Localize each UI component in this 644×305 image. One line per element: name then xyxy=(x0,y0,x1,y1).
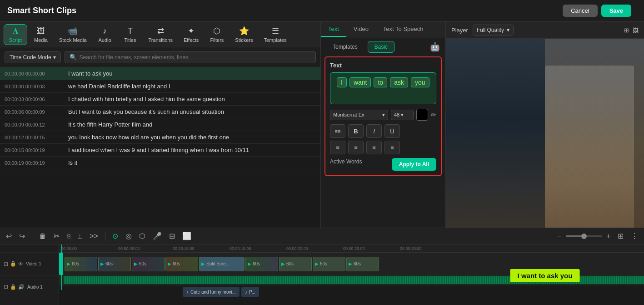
timecode: 00:00:00 00:00:00 xyxy=(5,71,64,76)
loop-button[interactable]: ◎ xyxy=(123,230,134,242)
eyedropper-icon[interactable]: ✏ xyxy=(431,111,436,118)
image-view-icon[interactable]: 🖼 xyxy=(633,27,639,34)
script-row[interactable]: 00:00:03 00:00:06 I chatted with him bri… xyxy=(0,93,320,106)
timecode-mode-selector[interactable]: Time Code Mode ▾ xyxy=(5,51,61,63)
toolbar-item-stock[interactable]: 📹 Stock Media xyxy=(55,24,91,45)
audio-clip-2-label: P... xyxy=(249,290,255,295)
apply-all-button[interactable]: Apply to All xyxy=(392,158,436,171)
toolbar-item-stickers[interactable]: ⭐ Stickers xyxy=(230,24,257,45)
video-clip-1[interactable]: ▶60s xyxy=(65,257,97,271)
mic-button[interactable]: 🎤 xyxy=(150,230,164,242)
video-clip-4[interactable]: ▶60s xyxy=(165,257,198,271)
zoom-out-button[interactable]: − xyxy=(555,231,564,242)
script-row[interactable]: 00:00:00 00:00:03 we had Daniel Radcliff… xyxy=(0,80,320,93)
video-clip-8[interactable]: ▶60s xyxy=(346,257,379,271)
copy-button[interactable]: ⎘ xyxy=(65,231,73,241)
toolbar-item-titles[interactable]: T Titles xyxy=(119,25,142,45)
align-right-button[interactable]: ≡ xyxy=(366,141,382,154)
toolbar-item-audio[interactable]: ♪ Audio xyxy=(93,25,117,45)
word-chip[interactable]: to xyxy=(374,77,387,87)
format-row-1: ≡≡ B I U xyxy=(330,124,436,138)
tab-video[interactable]: Video xyxy=(346,22,376,37)
toolbar-label-transitions: Transitions xyxy=(149,37,173,43)
script-row[interactable]: 00:00:09 00:00:12 It's the fifth Harry P… xyxy=(0,118,320,131)
toolbar-label-stickers: Stickers xyxy=(235,37,253,43)
grid-view-icon[interactable]: ⊞ xyxy=(624,27,629,34)
subtitle-text: I want to ask you xyxy=(518,272,573,280)
script-row[interactable]: 00:00:15 00:00:19 I auditioned when I wa… xyxy=(0,144,320,157)
word-chip[interactable]: you xyxy=(411,77,429,87)
subtab-templates[interactable]: Templates xyxy=(326,41,364,52)
caption-button[interactable]: ⊟ xyxy=(167,230,177,242)
redo-button[interactable]: ↪ xyxy=(17,230,27,242)
tab-text[interactable]: Text xyxy=(321,22,346,37)
toolbar-item-media[interactable]: 🖼 Media xyxy=(29,25,53,45)
zoom-bar[interactable] xyxy=(566,235,602,237)
undo-button[interactable]: ↩ xyxy=(4,230,14,242)
music-icon-2: ♪ xyxy=(245,290,247,295)
grid-button[interactable]: ⊞ xyxy=(615,230,626,242)
delete-button[interactable]: 🗑 xyxy=(37,231,49,242)
justify-button[interactable]: ≡ xyxy=(384,141,400,154)
toolbar-item-script[interactable]: 𝐀 Script xyxy=(4,24,27,45)
video-clip-6[interactable]: ▶60s xyxy=(279,257,312,271)
ai-icon[interactable]: 🤖 xyxy=(430,42,440,52)
video-clip-5[interactable]: ▶60s xyxy=(245,257,278,271)
cancel-button[interactable]: Cancel xyxy=(563,5,597,17)
tab-tts[interactable]: Text To Speech xyxy=(376,22,431,37)
toolbar-item-templates[interactable]: ☰ Templates xyxy=(259,24,291,45)
more-options-button[interactable]: ⋮ xyxy=(629,230,640,242)
toolbar-label-audio: Audio xyxy=(98,37,111,43)
snap-button[interactable]: ⊙ xyxy=(110,230,120,242)
font-size-control[interactable]: 48 ▾ xyxy=(391,110,414,120)
toolbar-label-stock: Stock Media xyxy=(59,37,87,43)
align-center-button[interactable]: ≡ xyxy=(348,141,364,154)
export-button[interactable]: ⬜ xyxy=(180,230,194,242)
video-clip-split[interactable]: ▶Split Scre... xyxy=(199,257,245,271)
video-clips-row: ▶60s ▶60s ▶60s ▶60s ▶Split Scre... ▶60s … xyxy=(65,257,379,271)
color-picker[interactable] xyxy=(416,109,428,121)
record-icon: ⊡ xyxy=(4,261,8,267)
script-row[interactable]: 00:00:12 00:00:15 you look back now how … xyxy=(0,131,320,144)
align-left-button[interactable]: ≡ xyxy=(330,141,345,154)
timecode: 00:00:09 00:00:12 xyxy=(5,122,64,127)
text-editor-box[interactable]: Iwanttoaskyou xyxy=(330,72,436,104)
word-chip[interactable]: I xyxy=(337,77,347,87)
video-clip-3[interactable]: ▶60s xyxy=(132,257,165,271)
format-row-2: ≡ ≡ ≡ ≡ xyxy=(330,141,436,154)
cut-button[interactable]: ✂ xyxy=(51,230,62,242)
split-button[interactable]: ⟂ xyxy=(75,231,85,242)
audio-clip-1[interactable]: ♪ Cute and funny movi... xyxy=(183,287,240,297)
word-chip[interactable]: want xyxy=(349,77,371,87)
time-mark-0: 00:00:00 xyxy=(61,246,77,251)
search-input[interactable] xyxy=(80,54,311,61)
subtab-basic[interactable]: Basic xyxy=(368,41,394,53)
save-button[interactable]: Save xyxy=(601,5,631,17)
playhead xyxy=(61,244,62,290)
zoom-in-button[interactable]: + xyxy=(604,231,613,242)
quality-select[interactable]: Full Quality ▾ xyxy=(473,25,514,36)
toolbar-item-effects[interactable]: ✦ Effects xyxy=(179,24,203,45)
word-chip[interactable]: ask xyxy=(390,77,408,87)
strikethrough-button[interactable]: ≡≡ xyxy=(330,124,345,138)
header: Smart Short Clips Cancel Save xyxy=(0,0,644,22)
timecode: 00:00:06 00:00:09 xyxy=(5,109,64,115)
video-clip-2[interactable]: ▶60s xyxy=(98,257,131,271)
audio-clip-2[interactable]: ♪ P... xyxy=(241,287,259,297)
font-family-select[interactable]: Montserrat Ex ▾ xyxy=(330,110,388,120)
toolbar-item-transitions[interactable]: ⇄ Transitions xyxy=(144,24,177,45)
bold-button[interactable]: B xyxy=(348,124,364,138)
toolbar-item-filters[interactable]: ⬡ Filters xyxy=(205,24,229,45)
timecode: 00:00:00 00:00:03 xyxy=(5,84,64,89)
underline-button[interactable]: U xyxy=(384,124,400,138)
script-row[interactable]: 00:00:00 00:00:00 I want to ask you xyxy=(0,67,320,80)
more-button[interactable]: >> xyxy=(87,231,100,242)
toolbar-label-media: Media xyxy=(34,37,48,43)
script-row[interactable]: 00:00:06 00:00:09 But I want to ask you … xyxy=(0,106,320,118)
video-clip-7[interactable]: ▶60s xyxy=(313,257,345,271)
script-row[interactable]: 00:00:19 00:00:19 Is it xyxy=(0,157,320,169)
italic-button[interactable]: I xyxy=(366,124,382,138)
eye-icon: 👁 xyxy=(18,261,23,267)
marker-button[interactable]: ⬡ xyxy=(137,230,148,242)
header-actions: Cancel Save xyxy=(563,5,631,17)
